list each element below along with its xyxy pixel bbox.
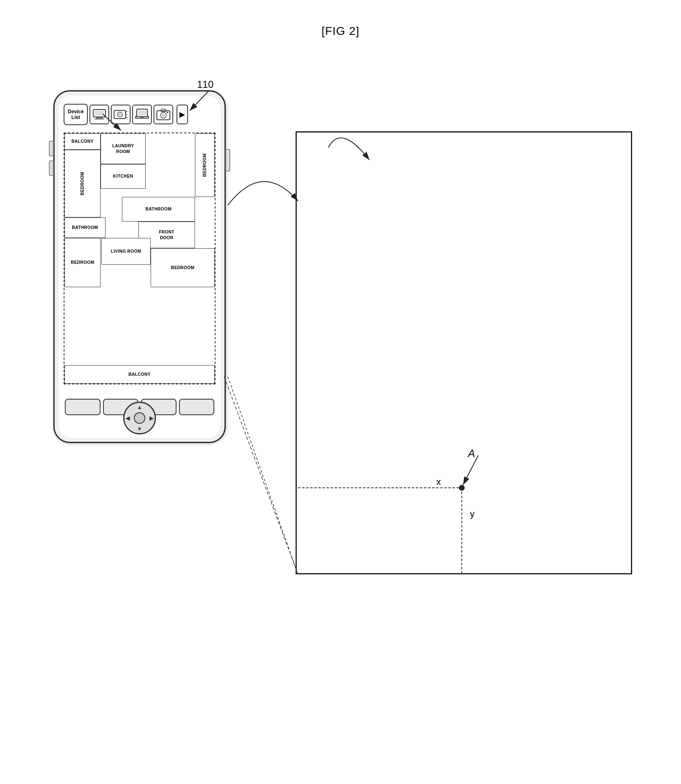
label-110: 110 — [197, 79, 213, 90]
room-bedroom-botleft: BEDROOM — [64, 238, 101, 287]
phone-screen: DeviceList — [59, 96, 220, 438]
photo-icon — [156, 108, 171, 121]
svg-rect-3 — [94, 111, 104, 116]
svg-line-25 — [224, 377, 298, 574]
svg-rect-11 — [138, 110, 146, 115]
svg-rect-13 — [140, 117, 144, 118]
scroll-right-button[interactable]: ▶ — [177, 105, 188, 124]
bottom-btn-1[interactable] — [65, 399, 101, 415]
volume-down-button[interactable] — [49, 160, 54, 176]
device-list-label: DeviceList — [68, 109, 84, 121]
top-bar: DeviceList — [64, 101, 216, 128]
laptop-icon — [135, 108, 149, 121]
room-bedroom-left: BEDROOM — [64, 150, 101, 217]
photo-icon-button[interactable] — [154, 105, 173, 124]
dpad[interactable]: ▲ ▼ ◀ ▶ — [123, 402, 156, 434]
dpad-center[interactable] — [134, 412, 145, 424]
bottom-btn-4[interactable] — [179, 399, 215, 415]
room-bathroom-left: BATHROOM — [64, 217, 105, 238]
svg-point-6 — [119, 113, 121, 116]
dpad-left-arrow: ◀ — [126, 415, 130, 421]
label-y: y — [470, 509, 475, 519]
camera-icon-button[interactable] — [111, 105, 131, 124]
right-panel-screen — [296, 131, 632, 574]
power-button[interactable] — [225, 149, 230, 171]
room-balcony-top: BALCONY — [64, 133, 101, 150]
svg-line-23 — [228, 377, 298, 574]
room-balcony-bottom: BALCONY — [64, 365, 215, 384]
svg-point-16 — [162, 114, 165, 117]
dpad-down-arrow: ▼ — [137, 426, 142, 432]
room-laundry: LAUNDRYROOM — [101, 133, 146, 164]
floor-plan: BALCONY LAUNDRYROOM BEDROOM BEDROOM KITC… — [64, 133, 216, 384]
x-axis-line — [298, 487, 459, 488]
volume-up-button[interactable] — [49, 141, 54, 156]
device-list-button[interactable]: DeviceList — [64, 104, 88, 125]
laptop-icon-button[interactable] — [132, 105, 152, 124]
room-kitchen: KITCHEN — [101, 164, 146, 189]
phone-device: DeviceList — [53, 90, 226, 443]
room-living-room: LIVING ROOM — [101, 238, 151, 265]
room-bedroom-topright: BEDROOM — [195, 133, 215, 197]
dpad-right-arrow: ▶ — [149, 415, 154, 421]
tv-icon — [92, 109, 106, 120]
tv-icon-button[interactable] — [89, 105, 109, 124]
label-x: x — [436, 477, 441, 487]
camera-icon — [113, 109, 128, 120]
label-a: A — [468, 447, 475, 460]
room-bathroom-right: BATHROOM — [122, 197, 195, 222]
room-bedroom-botright: BEDROOM — [151, 248, 215, 287]
dpad-up-arrow: ▲ — [137, 404, 142, 410]
right-arrow-icon: ▶ — [179, 110, 185, 119]
figure-title: [FIG 2] — [0, 25, 681, 38]
svg-point-18 — [167, 112, 168, 113]
y-axis-line — [461, 487, 462, 574]
